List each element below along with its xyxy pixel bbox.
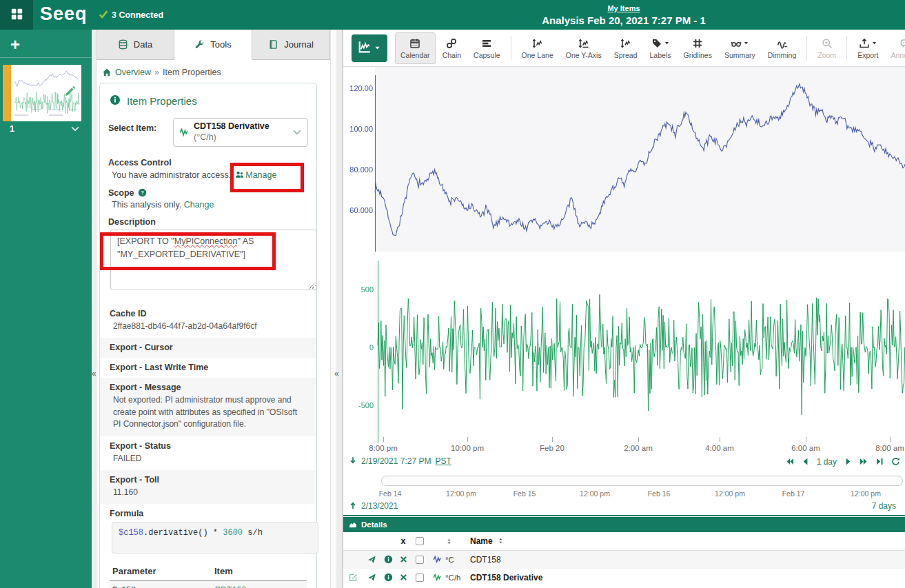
name-column-header[interactable]: Name (470, 536, 905, 546)
skip-to-end-button[interactable] (875, 456, 884, 467)
investigate-range-start[interactable]: 2/13/2021 (349, 501, 398, 511)
toolbar-separator (511, 36, 511, 61)
item-unit: °C/h (445, 574, 470, 582)
collapse-right-icon[interactable]: « (334, 369, 339, 378)
fast-forward-button[interactable] (860, 456, 868, 467)
item-info-icon[interactable] (384, 573, 393, 583)
home-icon[interactable] (102, 67, 112, 78)
signal-icon (433, 555, 442, 565)
property-row: Export - StatusFAILED (100, 436, 316, 470)
description-textarea[interactable]: [EXPORT TO "MyPIConnection" AS "MY_EXPOR… (110, 230, 317, 290)
toolbar-button-label: Labels (650, 51, 671, 59)
toolbar-button-chain[interactable]: Chain (437, 32, 467, 64)
toolbar-button-export[interactable]: Export (852, 32, 884, 64)
toolbar-button-capsule[interactable]: Capsule (468, 32, 506, 64)
property-row: Export - Toll11.160 (100, 470, 316, 504)
details-row[interactable]: °C/hCDT158 Derivative (343, 569, 905, 587)
trend-chart-canvas[interactable] (343, 67, 905, 443)
toolbar-button-gridlines[interactable]: Gridlines (678, 32, 717, 64)
remove-item-icon[interactable] (400, 556, 407, 564)
fast-backward-button[interactable] (785, 456, 794, 467)
step-forward-button[interactable] (844, 456, 853, 467)
toolbar-button-dimming[interactable]: Dimming (762, 32, 802, 64)
breadcrumb-overview-link[interactable]: Overview (115, 68, 151, 77)
display-mode-button[interactable] (352, 34, 387, 62)
edit-icon[interactable] (349, 573, 358, 583)
caret-down-icon (871, 40, 877, 47)
x-axis-tick-label: 6:00 am (791, 444, 820, 452)
toolbar-button-summary[interactable]: Summary (719, 32, 761, 64)
details-row[interactable]: °CCDT158 (343, 551, 905, 569)
annotate-icon (900, 37, 905, 50)
workbook-title: Analysis Feb 20, 2021 7:27 PM - 1 (343, 14, 905, 26)
add-worksheet-button[interactable]: + (7, 35, 23, 54)
item-checkbox[interactable] (416, 556, 424, 564)
toolbar-button-label: Zoom (817, 51, 836, 59)
toolbar-button-label: Export (857, 51, 878, 59)
remove-item-icon[interactable] (400, 574, 407, 582)
collapse-left-icon[interactable]: « (92, 369, 96, 378)
property-label: Cache ID (110, 309, 307, 318)
toolbar-button-annotate: Annotate (885, 32, 905, 64)
checkbox[interactable] (416, 537, 424, 545)
check-icon (99, 10, 108, 21)
details-panel-header[interactable]: Details (343, 517, 905, 532)
resize-grip-icon[interactable] (309, 282, 316, 289)
tab-data[interactable]: Data (96, 30, 174, 59)
signal-icon (179, 127, 189, 138)
worksheet-number: 1 (10, 123, 14, 134)
item-info-icon[interactable] (384, 555, 393, 565)
seeq-logo[interactable]: Seeq (40, 0, 88, 30)
tab-tools[interactable]: Tools (174, 30, 252, 60)
remove-cell (396, 556, 411, 564)
collapse-gutter-right[interactable]: « (330, 30, 343, 588)
toolbar-button-spread[interactable]: Spread (609, 32, 643, 64)
item-select-dropdown[interactable]: CDT158 Derivative (°C/h) (173, 118, 308, 147)
select-all-checkbox[interactable] (411, 537, 429, 545)
timeline-scrollbar[interactable] (381, 476, 903, 486)
signal-cell (429, 555, 445, 565)
send-to-trend-icon[interactable] (367, 573, 376, 583)
timezone-link[interactable]: PST (435, 456, 451, 466)
one-y-axis-icon (578, 37, 589, 50)
sort-icon[interactable] (497, 537, 505, 545)
toolbar-button-one-y-axis[interactable]: One Y-Axis (560, 32, 607, 64)
toolbar-button-label: Annotate (891, 51, 905, 59)
item-name[interactable]: CDT158 Derivative (470, 573, 905, 582)
parameter-item-link[interactable]: CDT158 (214, 585, 247, 588)
grid-menu-icon (10, 8, 23, 23)
property-value: 11.160 (113, 487, 307, 498)
info-icon (110, 94, 121, 107)
tab-journal[interactable]: Journal (252, 30, 330, 59)
chevron-down-icon[interactable] (70, 123, 80, 134)
app-menu-button[interactable] (0, 0, 33, 30)
toolbar-button-labels[interactable]: Labels (644, 32, 677, 64)
toolbar-button-calendar[interactable]: Calendar (395, 32, 436, 64)
sort-icon[interactable] (445, 538, 470, 545)
manage-access-link[interactable]: Manage (245, 170, 276, 180)
display-range-start[interactable]: 2/19/2021 7:27 PMPST (349, 456, 451, 466)
change-scope-link[interactable]: Change (184, 200, 214, 210)
connection-status[interactable]: 3 Connected (99, 0, 163, 30)
toolbar-button-label: Spread (614, 51, 638, 59)
step-size-label[interactable]: 1 day (817, 457, 837, 467)
tools-panel: DataToolsJournal Overview » Item Propert… (96, 30, 330, 588)
item-checkbox[interactable] (416, 574, 424, 582)
refresh-button[interactable] (891, 456, 900, 467)
display-range-start-text: 2/19/2021 7:27 PM (361, 456, 431, 466)
worksheet-thumbnail[interactable] (3, 65, 81, 121)
name-column-label: Name (470, 536, 493, 546)
toolbar-button-label: One Y-Axis (566, 51, 602, 59)
toolbar-button-one-lane[interactable]: One Lane (516, 32, 559, 64)
step-backward-button[interactable] (801, 456, 810, 467)
remove-all-column-header[interactable]: x (396, 536, 411, 546)
wrench-icon (194, 39, 205, 50)
send-cell (363, 555, 380, 565)
collapse-gutter-left[interactable]: « (92, 30, 96, 588)
my-items-link[interactable]: My Items (607, 4, 640, 12)
details-panel: Details xName °CCDT158°C/hCDT158 Derivat… (343, 517, 905, 588)
item-name[interactable]: CDT158 (470, 555, 905, 565)
help-icon[interactable]: ? (138, 187, 147, 198)
calendar-icon (409, 37, 420, 50)
send-to-trend-icon[interactable] (367, 555, 376, 565)
